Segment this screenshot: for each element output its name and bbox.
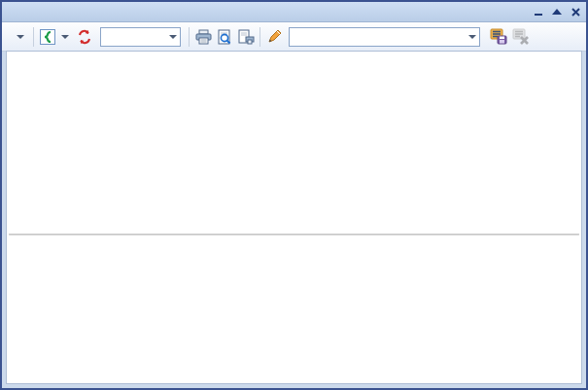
refresh-button[interactable] [76, 28, 93, 46]
minimize-icon [535, 14, 542, 16]
close-icon [571, 8, 580, 17]
save-template-button[interactable] [490, 28, 507, 46]
print-button[interactable] [194, 28, 212, 46]
page-setup-button[interactable] [237, 28, 255, 46]
chevron-down-icon [169, 35, 177, 39]
delete-template-icon [512, 28, 530, 45]
chevron-down-icon [468, 35, 476, 39]
minimize-button[interactable] [531, 5, 546, 18]
save-template-icon [490, 28, 507, 45]
chevron-down-icon[interactable] [61, 35, 69, 39]
zoom-combobox[interactable] [100, 27, 181, 47]
toolbar-separator [33, 27, 34, 47]
toolbar-separator [189, 27, 190, 47]
title-bar[interactable] [2, 2, 586, 22]
close-button[interactable] [568, 5, 583, 18]
delete-template-button[interactable] [512, 28, 530, 46]
chart-canvas [7, 52, 582, 228]
template-dropdown-button[interactable] [465, 28, 479, 46]
toolbar [2, 22, 586, 52]
zoom-dropdown-button[interactable] [165, 28, 180, 46]
print-preview-icon [217, 29, 232, 45]
chevron-down-icon [17, 35, 24, 39]
edit-chart-button[interactable] [265, 28, 283, 46]
printer-icon [195, 29, 212, 45]
piezometric-chart[interactable] [7, 52, 582, 228]
template-combobox[interactable] [289, 27, 480, 47]
chart-panel [6, 51, 582, 384]
chart-type-button[interactable] [39, 28, 56, 46]
file-menu-button[interactable] [8, 33, 28, 41]
toolbar-separator [259, 27, 260, 47]
pencil-icon [266, 28, 283, 45]
shade-button[interactable] [549, 5, 565, 18]
chart-type-icon [40, 29, 55, 45]
refresh-icon [77, 29, 92, 45]
shade-icon [552, 9, 562, 15]
page-setup-icon [238, 29, 255, 45]
graph-window [0, 0, 588, 390]
print-preview-button[interactable] [216, 28, 233, 46]
profile-table [9, 233, 579, 235]
